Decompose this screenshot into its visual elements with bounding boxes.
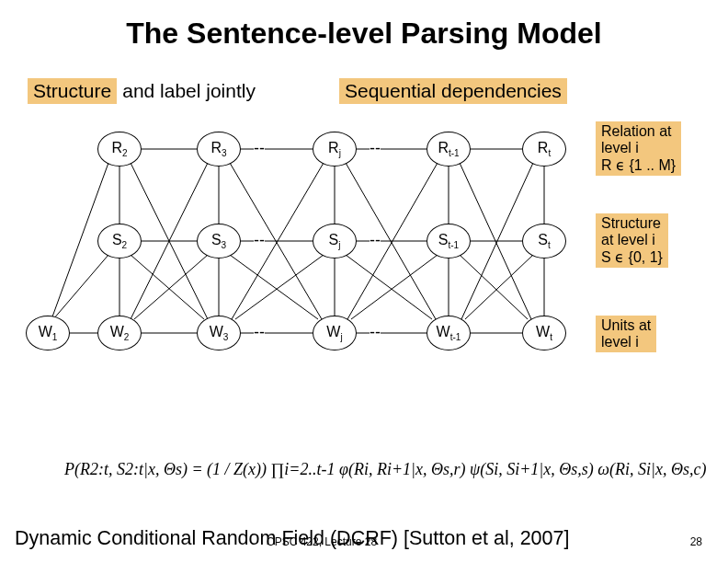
svg-line-30 bbox=[230, 255, 318, 319]
sequential-label: Sequential dependencies bbox=[339, 78, 567, 104]
node-Rt-1: Rt-1 bbox=[427, 132, 471, 167]
node-Sj: Sj bbox=[313, 224, 357, 259]
annot-structure: Structure at level i S ϵ {0, 1} bbox=[596, 213, 668, 268]
annot-relation: Relation at level i R ϵ {1 .. M} bbox=[596, 121, 681, 176]
node-S2: S2 bbox=[97, 224, 142, 259]
dots: -- bbox=[254, 231, 265, 250]
node-W2: W2 bbox=[97, 316, 142, 350]
dots: -- bbox=[370, 231, 381, 250]
node-St: St bbox=[522, 224, 566, 259]
diagram: R2 R3 -- Rj -- Rt-1 Rt S2 S3 -- Sj -- St… bbox=[0, 122, 728, 417]
svg-line-38 bbox=[460, 255, 528, 319]
svg-line-36 bbox=[351, 255, 438, 319]
svg-line-28 bbox=[134, 255, 208, 319]
subtitle-row: Structure and label jointly Sequential d… bbox=[0, 51, 728, 104]
page-title: The Sentence-level Parsing Model bbox=[0, 0, 728, 51]
svg-line-32 bbox=[235, 255, 324, 319]
node-Rj: Rj bbox=[313, 132, 357, 167]
structure-label: Structure bbox=[28, 78, 117, 104]
svg-line-26 bbox=[131, 255, 204, 319]
annot-units: Units at level i bbox=[596, 316, 656, 352]
probability-formula: P(R2:t, S2:t|x, Θs) = (1 / Z(x)) ∏i=2..t… bbox=[64, 460, 706, 479]
node-Wj: Wj bbox=[313, 316, 357, 350]
node-Wt-1: Wt-1 bbox=[427, 316, 471, 350]
node-St-1: St-1 bbox=[427, 224, 471, 259]
dots: -- bbox=[370, 139, 381, 158]
node-R3: R3 bbox=[197, 132, 241, 167]
node-R2: R2 bbox=[97, 132, 142, 167]
node-S3: S3 bbox=[197, 224, 241, 259]
svg-line-24 bbox=[53, 255, 108, 319]
course-code: CPSC 422, Lecture 28 bbox=[267, 535, 377, 548]
node-Rt: Rt bbox=[522, 132, 566, 167]
dots: -- bbox=[254, 323, 265, 342]
dots: -- bbox=[370, 323, 381, 342]
page-number: 28 bbox=[690, 535, 702, 548]
svg-line-34 bbox=[346, 255, 432, 319]
structure-rest: and label jointly bbox=[117, 78, 261, 104]
dots: -- bbox=[254, 139, 265, 158]
node-W1: W1 bbox=[26, 316, 70, 350]
node-W3: W3 bbox=[197, 316, 241, 350]
node-Wt: Wt bbox=[522, 316, 566, 350]
svg-line-40 bbox=[465, 255, 533, 319]
